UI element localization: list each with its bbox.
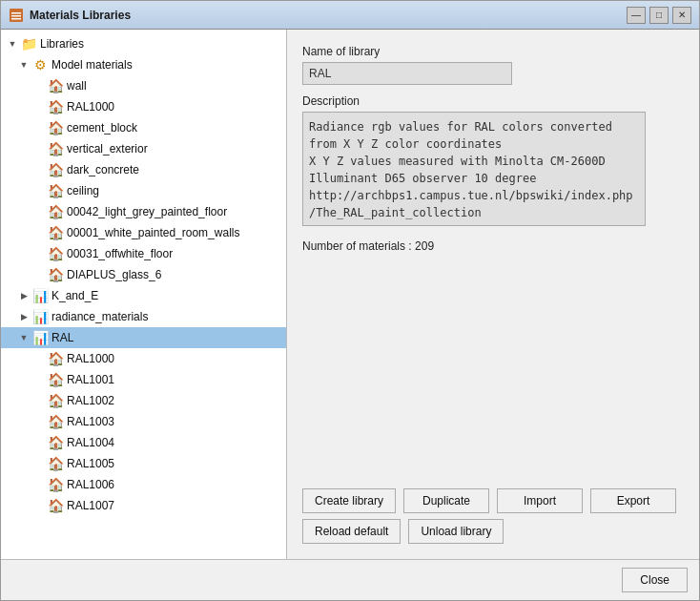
folder-icon: 📁 [20,35,37,52]
tree-container[interactable]: ▼ 📁 Libraries ▼ ⚙ Model materials 🏠 wall [1,30,286,559]
tree-label-00001: 00001_white_painted_room_walls [67,226,239,239]
tree-item-00031[interactable]: 🏠 00031_offwhite_floor [1,243,286,264]
reload-default-button[interactable]: Reload default [302,519,401,544]
import-button[interactable]: Import [497,488,583,513]
left-panel: ▼ 📁 Libraries ▼ ⚙ Model materials 🏠 wall [1,30,287,559]
description-textarea[interactable]: Radiance rgb values for RAL colors conve… [302,112,646,226]
tree-item-ral1006[interactable]: 🏠 RAL1006 [1,474,286,495]
expander-model-materials[interactable]: ▼ [16,57,31,73]
name-input[interactable] [302,62,512,85]
tree-item-k-and-e[interactable]: ▶ 📊 K_and_E [1,285,286,306]
library-icon-ral: 📊 [31,329,49,346]
unload-library-button[interactable]: Unload library [408,519,504,544]
tree-item-ral1001[interactable]: 🏠 RAL1001 [1,369,286,390]
no-expander14 [31,414,47,429]
house-icon: 🏠 [47,77,64,94]
tree-label-ceiling: ceiling [67,184,99,197]
tree-label-00031: 00031_offwhite_floor [67,247,173,260]
tree-item-ral[interactable]: ▼ 📊 RAL [1,327,286,348]
tree-item-wall[interactable]: 🏠 wall [1,75,286,96]
expander-radiance[interactable]: ▶ [16,309,31,324]
name-field-group: Name of library [302,45,684,85]
house-icon-13: 🏠 [47,392,64,409]
house-icon-10: 🏠 [47,266,64,283]
tree-label-ral1000-mm: RAL1000 [67,100,114,114]
tree-label-ral1004: RAL1004 [67,436,114,449]
tree-label-radiance-materials: radiance_materials [51,310,148,323]
export-button[interactable]: Export [590,488,676,513]
num-materials: Number of materials : 209 [302,239,684,253]
window-controls: — □ ✕ [627,7,691,24]
tree-label-vertical-exterior: vertical_exterior [67,142,148,155]
no-expander16 [31,456,47,471]
duplicate-button[interactable]: Duplicate [403,488,489,513]
no-expander10 [31,267,47,282]
tree-label-ral1000: RAL1000 [67,352,114,365]
expander-ral[interactable]: ▼ [16,330,31,345]
no-expander4 [31,141,47,156]
tree-item-00001[interactable]: 🏠 00001_white_painted_room_walls [1,222,286,243]
gear-icon: ⚙ [31,56,49,73]
expander-libraries[interactable]: ▼ [5,36,20,52]
create-library-button[interactable]: Create library [302,488,396,513]
description-label: Description [302,94,684,108]
tree-item-ceiling[interactable]: 🏠 ceiling [1,180,286,201]
tree-item-diaplus[interactable]: 🏠 DIAPLUS_glass_6 [1,264,286,285]
button-row-1: Create library Duplicate Import Export [302,488,684,513]
no-expander11 [31,351,47,366]
svg-rect-3 [11,18,21,20]
tree-item-model-materials[interactable]: ▼ ⚙ Model materials [1,54,286,75]
tree-item-ral1000-mm[interactable]: 🏠 RAL1000 [1,96,286,117]
house-icon-12: 🏠 [47,371,64,388]
tree-item-libraries[interactable]: ▼ 📁 Libraries [1,33,286,54]
tree-label-model-materials: Model materials [51,58,133,72]
materials-libraries-window: Materials Libraries — □ ✕ ▼ 📁 Libraries [0,0,700,601]
house-icon-11: 🏠 [47,350,64,367]
tree-item-vertical-exterior[interactable]: 🏠 vertical_exterior [1,138,286,159]
name-label: Name of library [302,45,684,58]
house-icon-15: 🏠 [47,434,64,451]
no-expander5 [31,162,47,177]
tree-label-wall: wall [67,79,87,93]
tree-item-ral1003[interactable]: 🏠 RAL1003 [1,411,286,432]
tree-item-ral1005[interactable]: 🏠 RAL1005 [1,453,286,474]
footer: Close [1,559,699,600]
tree-item-ral1000[interactable]: 🏠 RAL1000 [1,348,286,369]
minimize-button[interactable]: — [627,7,646,24]
tree-item-dark-concrete[interactable]: 🏠 dark_concrete [1,159,286,180]
no-expander3 [31,120,47,135]
house-icon-6: 🏠 [47,182,64,199]
no-expander [31,78,47,93]
no-expander2 [31,99,47,114]
library-icon-k-and-e: 📊 [31,287,49,304]
svg-rect-1 [11,15,21,17]
tree-label-ral1005: RAL1005 [67,457,114,470]
tree-item-ral1002[interactable]: 🏠 RAL1002 [1,390,286,411]
tree-label-ral: RAL [51,331,73,344]
house-icon-7: 🏠 [47,203,64,220]
house-icon-18: 🏠 [47,497,64,514]
tree-item-ral1004[interactable]: 🏠 RAL1004 [1,432,286,453]
tree-item-ral1007[interactable]: 🏠 RAL1007 [1,495,286,516]
tree-label-k-and-e: K_and_E [51,289,98,302]
tree-item-radiance-materials[interactable]: ▶ 📊 radiance_materials [1,306,286,327]
tree-item-cement-block[interactable]: 🏠 cement_block [1,117,286,138]
house-icon-8: 🏠 [47,224,64,241]
tree-label-dark-concrete: dark_concrete [67,163,139,176]
tree-label-libraries: Libraries [40,37,84,51]
house-icon-2: 🏠 [47,98,64,115]
no-expander13 [31,393,47,408]
tree-label-ral1006: RAL1006 [67,478,114,491]
tree-item-00042[interactable]: 🏠 00042_light_grey_painted_floor [1,201,286,222]
library-icon-radiance: 📊 [31,308,49,325]
main-content: ▼ 📁 Libraries ▼ ⚙ Model materials 🏠 wall [1,30,699,559]
tree-label-00042: 00042_light_grey_painted_floor [67,205,227,218]
no-expander17 [31,477,47,492]
description-field-group: Description Radiance rgb values for RAL … [302,94,684,226]
close-button[interactable]: Close [622,568,688,592]
maximize-button[interactable]: □ [649,7,669,24]
right-panel: Name of library Description Radiance rgb… [287,30,699,559]
expander-k-and-e[interactable]: ▶ [16,288,31,303]
close-button[interactable]: ✕ [672,7,691,24]
tree-label-cement-block: cement_block [67,121,137,135]
